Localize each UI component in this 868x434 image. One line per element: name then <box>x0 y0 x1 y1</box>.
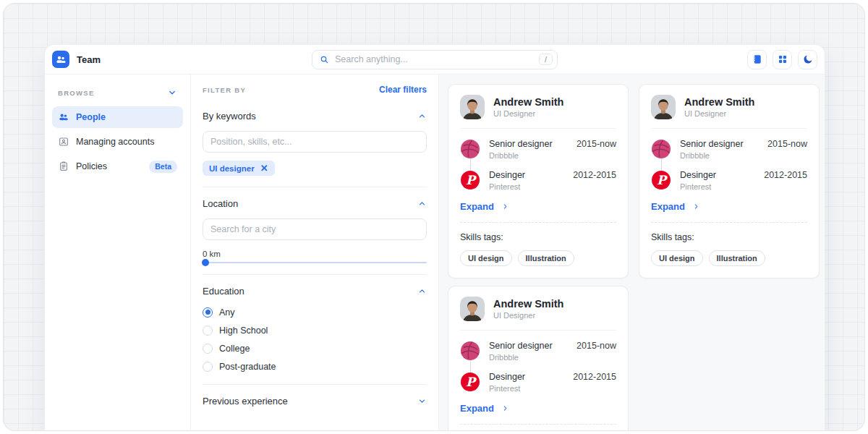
experience-period: 2012-2015 <box>573 372 616 382</box>
experience-period: 2012-2015 <box>764 170 807 180</box>
expand-button[interactable]: Expand <box>460 403 616 414</box>
experience-title: Senior designer <box>680 139 759 149</box>
person-card[interactable]: Andrew Smith UI Designer Senior designer… <box>639 84 820 278</box>
chevron-down-icon[interactable] <box>417 396 427 406</box>
previous-experience-title: Previous experience <box>203 396 288 407</box>
person-name: Andrew Smith <box>493 298 563 310</box>
pinterest-icon <box>651 170 671 190</box>
sidebar-item-managing-accounts[interactable]: Managing accounts <box>52 131 183 153</box>
avatar-photo <box>460 95 485 119</box>
education-option-any[interactable]: Any <box>203 305 427 319</box>
education-option-college[interactable]: College <box>203 341 427 355</box>
person-role: UI Designer <box>684 109 754 118</box>
slider-thumb[interactable] <box>202 259 209 266</box>
avatar <box>460 297 485 321</box>
pinterest-icon <box>460 372 480 392</box>
app-logo[interactable] <box>52 51 69 68</box>
people-icon <box>55 54 67 66</box>
distance-value-label: 0 km <box>203 250 427 258</box>
experience-org: Dribbble <box>489 353 568 362</box>
distance-slider[interactable] <box>203 262 427 263</box>
skill-tag[interactable]: UI design <box>460 250 512 266</box>
sidebar-item-policies[interactable]: Policies Beta <box>52 156 183 177</box>
card-divider <box>460 424 616 425</box>
page-background: Team / B <box>3 3 865 431</box>
experience-item: Senior designer Dribbble 2015-now <box>651 139 807 160</box>
expand-button[interactable]: Expand <box>460 201 616 212</box>
experience-org: Dribbble <box>489 151 568 160</box>
app-header: Team / <box>45 45 825 75</box>
skill-tag[interactable]: Illustration <box>709 250 765 266</box>
education-option-post-graduate[interactable]: Post-graduate <box>203 359 427 373</box>
previous-experience-section-header[interactable]: Previous experience <box>203 396 427 407</box>
keyword-tag[interactable]: UI designer ✕ <box>203 161 275 176</box>
card-divider <box>460 222 616 223</box>
bookmarks-button[interactable] <box>747 50 767 69</box>
sidebar-item-label: Managing accounts <box>76 137 154 147</box>
experience-item: Desinger Pinterest 2012-2015 <box>460 372 616 393</box>
header-brand: Team <box>52 51 312 68</box>
app-window: Team / B <box>44 44 825 431</box>
clear-filters-link[interactable]: Clear filters <box>379 85 427 95</box>
chevron-right-icon <box>501 404 509 412</box>
person-role: UI Designer <box>493 311 563 320</box>
avatar <box>651 95 676 119</box>
filter-panel: FILTER BY Clear filters By keywords UI d… <box>191 75 439 431</box>
clipboard-icon <box>58 161 69 172</box>
sidebar-item-label: Policies <box>76 161 107 171</box>
search-input[interactable] <box>335 54 534 64</box>
sidebar-section-header[interactable]: BROWSE <box>52 80 183 106</box>
experience-period: 2015-now <box>576 341 616 351</box>
skills-label: Skills tags: <box>651 232 807 242</box>
person-card[interactable]: Andrew Smith UI Designer Senior designer… <box>448 84 629 278</box>
card-divider <box>651 222 807 223</box>
education-option-high-school[interactable]: High School <box>203 323 427 337</box>
apps-grid-button[interactable] <box>773 50 792 69</box>
location-title: Location <box>203 198 238 209</box>
radio-selected-icon[interactable] <box>203 307 213 318</box>
filter-divider <box>203 274 427 275</box>
expand-button[interactable]: Expand <box>651 201 807 212</box>
experience-period: 2015-now <box>767 139 807 149</box>
skill-tag[interactable]: UI design <box>651 250 703 266</box>
global-search[interactable]: / <box>312 50 558 69</box>
person-role: UI Designer <box>493 109 563 118</box>
keywords-title: By keywords <box>203 111 256 122</box>
education-section-header[interactable]: Education <box>203 286 427 297</box>
keywords-section-header[interactable]: By keywords <box>203 111 427 122</box>
skill-tag[interactable]: Illustration <box>518 250 574 266</box>
keywords-input[interactable] <box>203 131 427 153</box>
experience-title: Desinger <box>680 170 755 180</box>
person-card[interactable]: Andrew Smith UI Designer Senior designer… <box>448 286 629 431</box>
chevron-up-icon[interactable] <box>417 111 427 121</box>
chevron-up-icon[interactable] <box>417 286 427 296</box>
chevron-right-icon <box>501 203 509 210</box>
sidebar-item-label: People <box>76 112 106 122</box>
sidebar-item-people[interactable]: People <box>52 106 183 128</box>
radio-icon[interactable] <box>203 362 213 372</box>
radio-icon[interactable] <box>203 344 213 354</box>
chevron-down-icon[interactable] <box>167 88 177 98</box>
dark-mode-button[interactable] <box>798 50 817 69</box>
grid-icon <box>777 54 788 65</box>
avatar-photo <box>651 95 676 119</box>
radio-icon[interactable] <box>203 326 213 336</box>
header-actions <box>558 50 817 69</box>
filter-by-label: FILTER BY <box>203 86 246 94</box>
experience-timeline: Senior designer Dribbble 2015-now Desing… <box>651 129 807 191</box>
experience-org: Dribbble <box>680 151 759 160</box>
search-shortcut-key: / <box>539 54 553 65</box>
city-search-input[interactable] <box>203 218 427 240</box>
experience-org: Pinterest <box>489 384 564 393</box>
browse-label: BROWSE <box>58 89 95 97</box>
experience-title: Desinger <box>489 170 564 180</box>
filter-divider <box>203 384 427 385</box>
location-section-header[interactable]: Location <box>203 198 427 209</box>
person-name: Andrew Smith <box>493 96 563 108</box>
chevron-right-icon <box>692 203 700 210</box>
chevron-up-icon[interactable] <box>417 199 427 208</box>
experience-org: Pinterest <box>680 182 755 191</box>
experience-period: 2015-now <box>576 139 616 149</box>
filter-divider <box>203 187 427 187</box>
close-icon[interactable]: ✕ <box>260 163 268 173</box>
